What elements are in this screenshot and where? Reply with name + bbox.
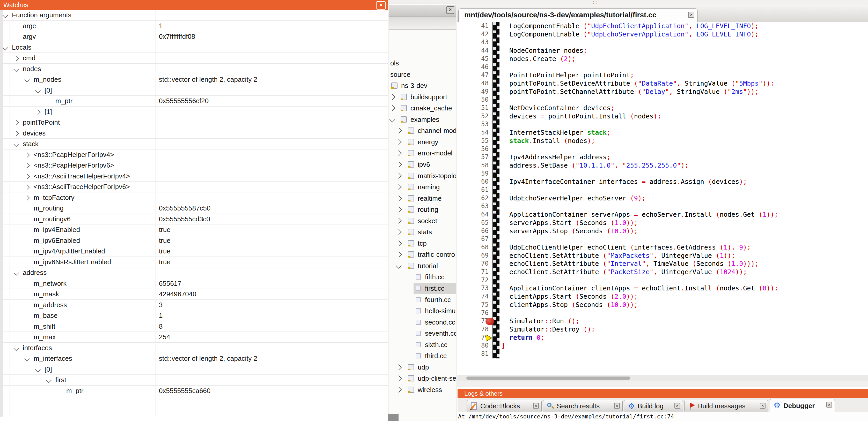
watch-row[interactable]: m_tcpFactory [0,193,388,203]
watches-titlebar[interactable]: Watches [0,0,388,10]
chevron-right-icon[interactable] [390,105,396,111]
code-line[interactable]: ApplicationContainer clientApps = echoCl… [501,285,778,293]
tree-item-socket[interactable]: socket [389,216,456,227]
watch-row[interactable]: address [0,268,388,279]
chevron-down-icon[interactable] [35,88,41,93]
watch-row[interactable]: m_mask4294967040 [0,289,388,300]
code-line[interactable]: clientApps.Start (Seconds (2.0)); [501,293,638,301]
tree-item-first-cc[interactable]: first.cc [389,283,456,294]
watch-row[interactable]: cmd [0,53,388,64]
code-line[interactable]: Simulator::Run (); [501,317,580,326]
logs-tab-search-results[interactable]: Search results× [543,400,623,412]
close-icon[interactable]: × [614,403,620,409]
tree-item-udp[interactable]: udp [389,362,456,373]
tree-item-ols[interactable]: ols [389,58,456,69]
line-number[interactable]: 75 [457,301,489,309]
watch-row[interactable]: [1] [0,107,388,118]
chevron-down-icon[interactable] [13,66,19,72]
watch-row[interactable]: Function arguments [0,10,388,21]
tree-item-buildsupport[interactable]: buildsupport [389,92,456,103]
watch-row[interactable]: first [0,375,388,386]
line-number[interactable]: 50 [457,96,489,104]
line-number[interactable]: 49 [457,88,489,96]
watch-row[interactable]: m_ipv6Enabledtrue [0,235,388,247]
watch-row[interactable]: argv0x7fffffffdf08 [0,32,388,42]
watch-row[interactable]: m_ipv6NsRsJitterEnabledtrue [0,257,388,268]
chevron-right-icon[interactable] [396,173,402,179]
chevron-right-icon[interactable] [396,139,402,145]
project-tree-titlebar[interactable] [389,5,456,17]
line-number[interactable]: 45 [457,55,489,63]
line-number[interactable]: 70 [457,260,489,268]
chevron-right-icon[interactable] [24,173,30,179]
chevron-right-icon[interactable] [396,218,402,224]
chevron-right-icon[interactable] [13,56,19,61]
watch-row[interactable]: m_network655617 [0,279,388,289]
line-number[interactable]: 74 [457,293,489,301]
line-number[interactable]: 79 [457,334,489,342]
line-number[interactable]: 48 [457,79,489,88]
close-icon[interactable]: × [675,403,680,409]
chevron-right-icon[interactable] [24,195,30,200]
line-number[interactable]: 68 [457,244,489,252]
line-number[interactable]: 72 [457,277,489,285]
watch-row[interactable]: m_address3 [0,300,388,311]
tree-item-tutorial[interactable]: tutorial [389,260,456,272]
scrollbar-thumb[interactable] [466,377,630,380]
tree-item-tcp[interactable]: tcp [389,238,456,249]
line-number[interactable]: 43 [457,38,489,47]
logs-tab-code-blocks[interactable]: Code::Blocks× [467,400,542,412]
tree-item-hello-simul[interactable]: hello-simul [389,305,456,317]
chevron-right-icon[interactable] [13,131,19,136]
chevron-right-icon[interactable] [396,376,402,382]
tree-item-second-cc[interactable]: second.cc [389,317,456,328]
watch-row[interactable]: m_ptr0x55555556cf20 [0,96,388,107]
watch-row[interactable]: m_interfacesstd::vector of length 2, cap… [0,354,388,364]
line-number[interactable]: 55 [457,137,489,145]
tree-item-naming[interactable]: naming [389,182,456,193]
chevron-right-icon[interactable] [396,150,402,156]
splitter-gripper-icon[interactable]: :: [592,0,598,5]
chevron-right-icon[interactable] [396,184,402,190]
tree-item-realtime[interactable]: realtime [389,193,456,204]
tree-item-examples[interactable]: examples [389,114,456,125]
code-line[interactable]: NodeContainer nodes; [501,47,587,55]
line-number[interactable]: 44 [457,47,489,55]
code-line[interactable]: NetDeviceContainer devices; [501,104,615,112]
watch-row[interactable]: [0] [0,364,388,375]
code-line[interactable]: nodes.Create (2); [501,55,576,63]
chevron-right-icon[interactable] [13,120,19,125]
code-line[interactable]: ApplicationContainer serverApps = echoSe… [501,211,778,219]
code-line[interactable]: clientApps.Stop (Seconds (10.0)); [501,301,638,309]
line-number[interactable]: 76 [457,309,489,318]
logs-titlebar[interactable]: Logs & others [458,389,868,398]
close-icon[interactable]: × [688,12,694,18]
chevron-down-icon[interactable] [13,345,19,351]
chevron-down-icon[interactable] [35,367,41,372]
code-line[interactable]: return 0; [501,334,545,342]
logs-tab-debugger[interactable]: ⚙Debugger× [770,399,835,412]
chevron-right-icon[interactable] [396,162,402,168]
close-icon[interactable]: × [446,6,454,14]
code-line[interactable]: Ipv4AddressHelper address; [501,153,611,162]
line-number[interactable]: 69 [457,252,489,260]
watch-row[interactable]: devices [0,128,388,139]
line-number[interactable]: 67 [457,235,489,244]
chevron-right-icon[interactable] [396,195,402,201]
line-number[interactable]: 78 [457,326,489,334]
chevron-right-icon[interactable] [35,109,41,115]
tree-item-channel-mod[interactable]: channel-mod [389,125,456,136]
code-line[interactable]: } [501,342,505,350]
chevron-right-icon[interactable] [396,206,402,213]
line-number[interactable]: 59 [457,170,489,178]
watch-row[interactable]: <ns3::PcapHelperForIpv4> [0,150,388,161]
code-line[interactable]: echoClient.SetAttribute ("MaxPackets", U… [501,252,735,260]
code-line[interactable]: InternetStackHelper stack; [501,129,611,137]
chevron-right-icon[interactable] [396,229,402,235]
watch-row[interactable]: argc1 [0,21,388,32]
code-line[interactable]: Simulator::Destroy (); [501,326,595,334]
watch-row[interactable]: nodes [0,64,388,75]
line-number[interactable]: 62 [457,194,489,203]
line-number[interactable]: 80 [457,342,489,350]
close-icon[interactable]: × [376,1,386,9]
